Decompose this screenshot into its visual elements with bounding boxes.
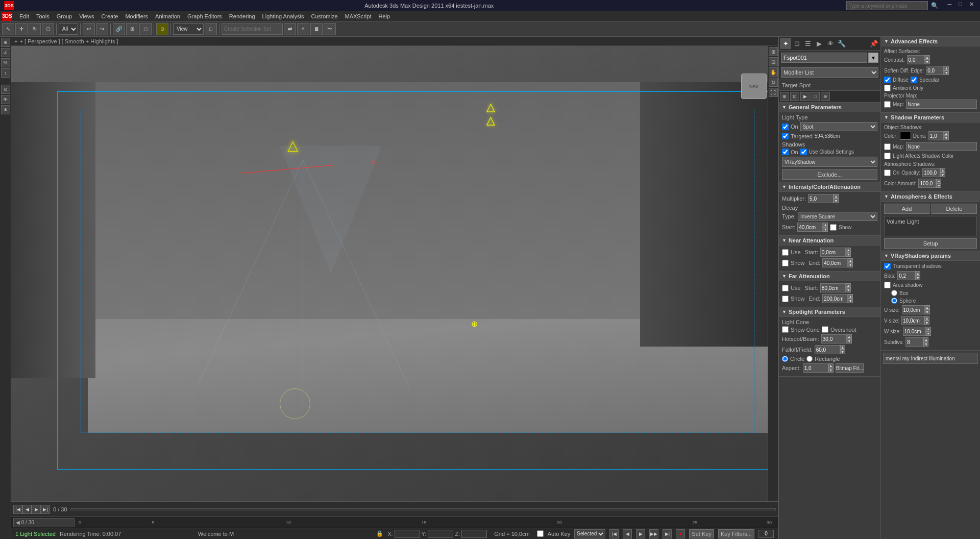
utility-tab[interactable]: 🔧 — [836, 38, 847, 49]
percent-snap-btn[interactable]: % — [1, 58, 10, 67]
far-use-check[interactable] — [782, 285, 789, 291]
bind-btn[interactable]: ⊞ — [126, 23, 138, 35]
hide-btn[interactable]: 👁 — [1, 95, 10, 104]
menu-rendering[interactable]: Rendering — [226, 12, 258, 20]
u-up[interactable]: ▲ — [925, 305, 930, 310]
ambient-only-check[interactable] — [884, 85, 891, 91]
maximize-button[interactable]: □ — [957, 1, 964, 10]
shadows-on-check[interactable] — [782, 149, 789, 155]
diffuse-check[interactable] — [884, 77, 891, 83]
hotspot-input[interactable] — [821, 334, 847, 344]
area-shadow-check[interactable] — [884, 282, 891, 288]
display-tab[interactable]: 👁 — [825, 38, 836, 49]
near-use-check[interactable] — [782, 249, 789, 256]
light-name-input[interactable] — [781, 53, 867, 63]
use-global-check[interactable] — [800, 149, 807, 155]
curve-editor-btn[interactable]: 〜 — [324, 23, 336, 35]
shadow-color-swatch[interactable] — [900, 132, 911, 140]
map-value-ae[interactable] — [906, 100, 977, 109]
shadow-type-select[interactable]: VRayShadow — [782, 157, 877, 167]
near-show-check[interactable] — [782, 260, 789, 266]
zoom-extents-btn[interactable]: ⊞ — [769, 47, 778, 56]
menu-create[interactable]: Create — [98, 12, 121, 20]
motion-tab[interactable]: ▶ — [814, 38, 825, 49]
vmi-1[interactable]: ⊞ — [780, 92, 789, 101]
anim-prev[interactable]: ◀ — [22, 505, 32, 514]
spinner-snap-btn[interactable]: ↕ — [1, 68, 10, 78]
create-selection-input[interactable] — [222, 23, 283, 35]
c-down[interactable]: ▼ — [925, 60, 930, 64]
show-cone-check[interactable] — [782, 326, 789, 333]
ne-down[interactable]: ▼ — [848, 263, 853, 267]
x-input[interactable] — [395, 530, 420, 538]
far-start-input[interactable] — [820, 283, 846, 292]
contrast-input[interactable] — [907, 55, 925, 64]
dens-input[interactable] — [928, 131, 944, 140]
layer-btn[interactable]: ≣ — [310, 23, 323, 35]
light-affects-check[interactable] — [884, 153, 891, 159]
view-select[interactable]: View — [173, 23, 204, 35]
light-on-check[interactable] — [782, 124, 789, 130]
so-up[interactable]: ▲ — [944, 66, 949, 70]
map-check-ae[interactable] — [884, 101, 891, 108]
redo-btn[interactable]: ↪ — [96, 23, 108, 35]
ns-down[interactable]: ▼ — [846, 252, 851, 257]
close-button[interactable]: ✕ — [967, 1, 976, 10]
menu-modifiers[interactable]: Modifiers — [122, 12, 151, 20]
menu-tools[interactable]: Tools — [33, 12, 53, 20]
light-type-select[interactable]: Spot — [800, 122, 877, 131]
rect-radio[interactable] — [806, 356, 813, 362]
anim-forward[interactable]: ▶▶ — [649, 529, 658, 538]
atmo-effects-header[interactable]: ▼ Atmospheres & Effects — [881, 192, 980, 202]
transparent-shadows-check[interactable] — [884, 263, 891, 270]
frame-delta-input[interactable] — [758, 530, 774, 538]
setup-btn[interactable]: Setup — [884, 238, 977, 249]
targeted-check[interactable] — [782, 133, 789, 139]
color-amount-input[interactable] — [918, 179, 936, 188]
search-input[interactable] — [846, 1, 928, 10]
fs-down[interactable]: ▼ — [846, 288, 851, 292]
vmi-4[interactable]: □ — [811, 92, 820, 101]
opacity-input[interactable] — [922, 168, 940, 177]
c-up[interactable]: ▲ — [925, 55, 930, 60]
far-atten-header[interactable]: ▼ Far Attenuation — [779, 272, 880, 281]
menu-animation[interactable]: Animation — [152, 12, 183, 20]
nav-cube[interactable]: NAV — [741, 74, 767, 99]
search-icon[interactable]: 🔍 — [929, 2, 941, 9]
y-input[interactable] — [428, 530, 453, 538]
lock-icon[interactable]: 🔒 — [376, 530, 383, 537]
zoom-region-btn[interactable]: ⊡ — [769, 57, 778, 66]
spotlight-header[interactable]: ▼ Spotlight Parameters — [779, 307, 880, 317]
ds-down[interactable]: ▼ — [823, 227, 828, 232]
ne-up[interactable]: ▲ — [848, 258, 853, 263]
w-size-input[interactable] — [903, 327, 926, 336]
v-down[interactable]: ▼ — [924, 321, 929, 325]
vmi-5[interactable]: ⊕ — [821, 92, 830, 101]
undo-btn[interactable]: ↩ — [83, 23, 95, 35]
near-end-input[interactable] — [822, 258, 848, 267]
mental-ray-btn[interactable]: mental ray Indirect Illumination — [883, 353, 978, 364]
far-show-check[interactable] — [782, 296, 789, 302]
anim-prev2[interactable]: ◀ — [623, 529, 632, 538]
light-name-confirm-btn[interactable]: ▼ — [868, 53, 878, 63]
freeze-btn[interactable]: ❄ — [1, 105, 10, 114]
sub-down[interactable]: ▼ — [923, 342, 928, 347]
pin-btn[interactable]: 📌 — [868, 38, 879, 49]
sphere-radio[interactable] — [891, 298, 897, 304]
link-btn[interactable]: 🔗 — [113, 23, 125, 35]
general-params-header[interactable]: ▼ General Parameters — [779, 103, 880, 112]
decay-type-select[interactable]: Inverse Square — [798, 212, 877, 221]
auto-key-check[interactable] — [537, 530, 544, 537]
d-up[interactable]: ▲ — [944, 131, 949, 136]
anim-end[interactable]: ▶| — [663, 529, 672, 538]
anim-play2[interactable]: ▶ — [636, 529, 645, 538]
decay-start-input[interactable] — [797, 223, 823, 232]
w-up[interactable]: ▲ — [926, 327, 931, 331]
timeline-left[interactable]: ◀ 0 / 30 — [13, 518, 75, 527]
menu-group[interactable]: Group — [54, 12, 76, 20]
fe-down[interactable]: ▼ — [848, 299, 853, 303]
sub-up[interactable]: ▲ — [923, 337, 928, 342]
op-down[interactable]: ▼ — [940, 173, 945, 177]
shadow-params-header[interactable]: ▼ Shadow Parameters — [881, 113, 980, 122]
v-up[interactable]: ▲ — [924, 316, 929, 321]
